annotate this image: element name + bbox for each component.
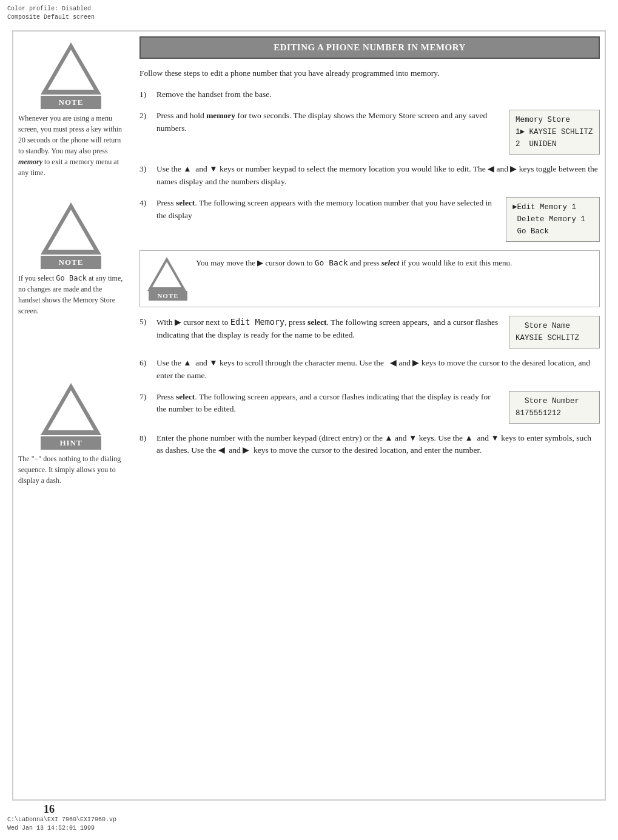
note-block-1: NOTE Whenever you are using a menu scree… xyxy=(18,42,124,178)
step-8-content: Enter the phone number with the number k… xyxy=(156,432,600,458)
step-7-content: Press select. The following screen appea… xyxy=(156,391,502,416)
hint-text: The "−" does nothing to the dialing sequ… xyxy=(18,453,124,486)
step-4-num: 4) xyxy=(139,197,156,210)
note2-triangle-inner xyxy=(48,210,94,250)
step-3-num: 3) xyxy=(139,163,156,176)
inline-note-label: NOTE xyxy=(149,291,187,301)
inline-tri-inner xyxy=(152,262,181,287)
step-4-box: ►Edit Memory 1 Delete Memory 1 Go Back xyxy=(499,197,600,242)
bottom-metadata: C:\LaDonna\EXI 7960\EXI7960.vp Wed Jan 1… xyxy=(7,816,116,833)
step-1-num: 1) xyxy=(139,88,156,101)
step-6-num: 6) xyxy=(139,357,156,370)
step-3-content: Use the ▲ and ▼ keys or number keypad to… xyxy=(156,163,600,188)
page-number: 16 xyxy=(44,803,55,816)
hint-triangle-container xyxy=(18,383,124,435)
lcd-box-store-number: Store Number 8175551212 xyxy=(509,391,600,424)
hint-label: HINT xyxy=(41,436,101,450)
step-2-num: 2) xyxy=(139,110,156,122)
hint-triangle-outer xyxy=(41,383,101,435)
left-sidebar: NOTE Whenever you are using a menu scree… xyxy=(18,36,133,795)
inline-tri-outer xyxy=(147,257,186,291)
step-6: 6) Use the ▲ and ▼ keys to scroll throug… xyxy=(139,357,600,382)
step-2-box: Memory Store 1► KAYSIE SCHLITZ 2 UNIDEN xyxy=(502,110,600,155)
note2-triangle-container xyxy=(18,202,124,255)
step-7: 7) Press select. The following screen ap… xyxy=(139,391,600,424)
note2-triangle-outer xyxy=(41,202,101,255)
hint-block: HINT The "−" does nothing to the dialing… xyxy=(18,383,124,486)
note1-label: NOTE xyxy=(41,96,101,109)
section-title: EDITING A PHONE NUMBER IN MEMORY xyxy=(139,36,600,59)
step-4-content: Press select. The following screen appea… xyxy=(156,197,499,222)
step-3: 3) Use the ▲ and ▼ keys or number keypad… xyxy=(139,163,600,188)
inline-note-text: You may move the ▶ cursor down to Go Bac… xyxy=(196,257,512,269)
note1-text: Whenever you are using a menu screen, yo… xyxy=(18,113,124,178)
step-5-content: With ▶ cursor next to Edit Memory, press… xyxy=(156,316,502,342)
intro-text: Follow these steps to edit a phone numbe… xyxy=(139,67,600,80)
lcd-box-store-name: Store Name KAYSIE SCHLITZ xyxy=(509,316,600,348)
lcd-box-edit-memory: ►Edit Memory 1 Delete Memory 1 Go Back xyxy=(506,197,600,242)
note2-label: NOTE xyxy=(41,256,101,269)
step-7-num: 7) xyxy=(139,391,156,404)
step-1: 1) Remove the handset from the base. xyxy=(139,88,600,101)
note1-triangle-inner xyxy=(48,50,94,90)
inline-note-triangle xyxy=(147,257,189,291)
border-right xyxy=(605,30,606,801)
inline-note-icon: NOTE xyxy=(147,257,189,301)
note1-triangle-container xyxy=(18,42,124,95)
step-8: 8) Enter the phone number with the numbe… xyxy=(139,432,600,458)
main-content: EDITING A PHONE NUMBER IN MEMORY Follow … xyxy=(133,36,600,795)
step-2-content: Press and hold memory for two seconds. T… xyxy=(156,110,502,135)
note1-triangle-outer xyxy=(41,42,101,95)
border-bottom xyxy=(12,799,606,801)
step-5: 5) With ▶ cursor next to Edit Memory, pr… xyxy=(139,316,600,348)
step-4: 4) Press select. The following screen ap… xyxy=(139,197,600,242)
step-5-box: Store Name KAYSIE SCHLITZ xyxy=(502,316,600,348)
note-block-2: NOTE If you select Go Back at any time, … xyxy=(18,202,124,316)
top-metadata: Color profile: Disabled Composite Defaul… xyxy=(7,5,95,22)
hint-triangle-inner xyxy=(48,390,94,430)
lcd-box-memory-store: Memory Store 1► KAYSIE SCHLITZ 2 UNIDEN xyxy=(509,110,600,155)
step-2: 2) Press and hold memory for two seconds… xyxy=(139,110,600,155)
step-8-num: 8) xyxy=(139,432,156,445)
step-1-content: Remove the handset from the base. xyxy=(156,88,600,101)
note2-text: If you select Go Back at any time, no ch… xyxy=(18,273,124,316)
border-top xyxy=(12,30,606,32)
inline-note: NOTE You may move the ▶ cursor down to G… xyxy=(139,250,600,307)
step-6-content: Use the ▲ and ▼ keys to scroll through t… xyxy=(156,357,600,382)
step-7-box: Store Number 8175551212 xyxy=(502,391,600,424)
content-area: NOTE Whenever you are using a menu scree… xyxy=(18,36,600,795)
step-5-num: 5) xyxy=(139,316,156,328)
border-left xyxy=(12,30,13,801)
